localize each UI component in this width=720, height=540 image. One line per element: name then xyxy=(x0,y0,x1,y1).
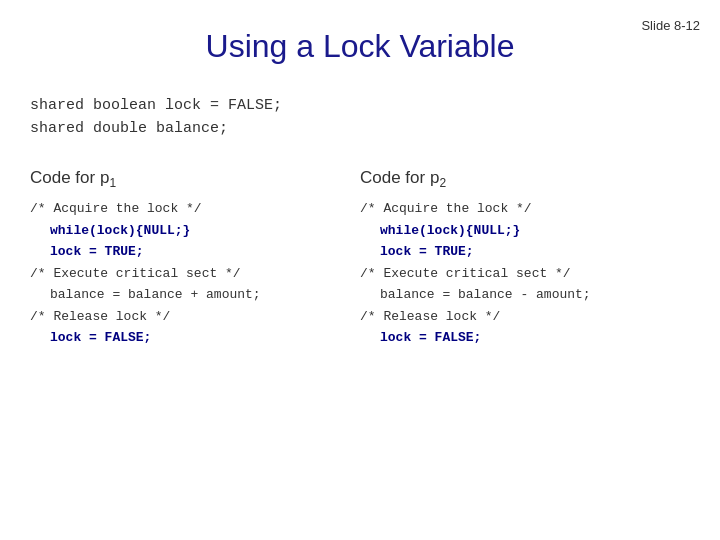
sub-2: 2 xyxy=(439,176,446,190)
shared-line2: shared double balance; xyxy=(30,118,690,141)
c1-line2: while(lock){NULL;} xyxy=(30,220,350,241)
shared-vars: shared boolean lock = FALSE; shared doub… xyxy=(30,95,690,140)
c2-line2: while(lock){NULL;} xyxy=(360,220,680,241)
code-columns: Code for p1 /* Acquire the lock */ while… xyxy=(30,168,690,348)
c1-line3: lock = TRUE; xyxy=(30,241,350,262)
c1-line6: /* Release lock */ xyxy=(30,306,350,327)
code-heading-2: Code for p2 xyxy=(360,168,680,190)
code-col-1: Code for p1 /* Acquire the lock */ while… xyxy=(30,168,360,348)
code-heading-1: Code for p1 xyxy=(30,168,350,190)
c2-line5: balance = balance - amount; xyxy=(360,284,680,305)
c1-line5: balance = balance + amount; xyxy=(30,284,350,305)
c2-line1: /* Acquire the lock */ xyxy=(360,198,680,219)
c2-line3: lock = TRUE; xyxy=(360,241,680,262)
code-block-1: /* Acquire the lock */ while(lock){NULL;… xyxy=(30,198,350,348)
c1-line7: lock = FALSE; xyxy=(30,327,350,348)
code-col-2: Code for p2 /* Acquire the lock */ while… xyxy=(360,168,690,348)
c2-line4: /* Execute critical sect */ xyxy=(360,263,680,284)
slide-container: Slide 8-12 Using a Lock Variable shared … xyxy=(0,0,720,540)
slide-number: Slide 8-12 xyxy=(641,18,700,33)
c2-line6: /* Release lock */ xyxy=(360,306,680,327)
c1-line1: /* Acquire the lock */ xyxy=(30,198,350,219)
c2-line7: lock = FALSE; xyxy=(360,327,680,348)
shared-line1: shared boolean lock = FALSE; xyxy=(30,95,690,118)
slide-title: Using a Lock Variable xyxy=(30,28,690,65)
code-block-2: /* Acquire the lock */ while(lock){NULL;… xyxy=(360,198,680,348)
sub-1: 1 xyxy=(109,176,116,190)
c1-line4: /* Execute critical sect */ xyxy=(30,263,350,284)
